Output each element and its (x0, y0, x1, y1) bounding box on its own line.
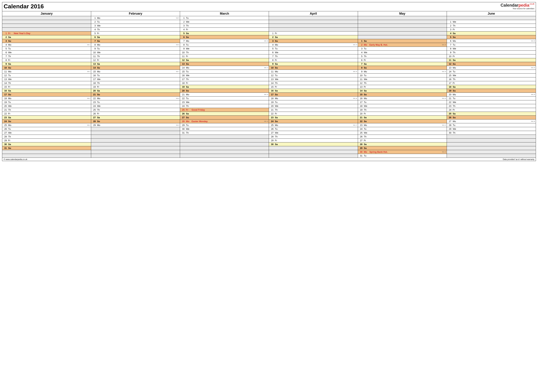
day-number: 14 (359, 89, 362, 92)
day-of-week: Th (97, 55, 101, 58)
day-number: 24 (448, 108, 451, 111)
day-number: 10 (270, 66, 273, 69)
day-number: 29 (359, 147, 362, 149)
day-number: 12 (92, 59, 96, 61)
day-number: 13 (448, 66, 451, 69)
day-number: 16 (92, 74, 96, 77)
day-cell: 23Sa (2, 116, 91, 120)
day-number: 9 (270, 63, 273, 65)
day-cell: 12Th (358, 81, 447, 85)
day-cell: 15Fr (2, 85, 91, 89)
day-of-week: We (97, 24, 101, 27)
day-cell: 3Su (269, 39, 358, 43)
day-of-week: Sa (8, 89, 12, 92)
day-number: 27 (448, 120, 451, 123)
day-number: 2 (359, 43, 362, 46)
day-cell: 22Su (358, 120, 447, 123)
day-cell: 26Th (358, 135, 447, 139)
day-of-week: Mo (364, 97, 368, 100)
day-cell: 9Tu (91, 47, 180, 51)
day-number: 11 (270, 70, 273, 73)
day-of-week: Mo (275, 43, 279, 46)
day-number: 9 (359, 70, 362, 73)
day-of-week: Su (275, 66, 279, 69)
day-number: 29 (270, 139, 273, 142)
day-of-week: We (8, 51, 12, 54)
week-number: Wk 13 (264, 121, 268, 122)
day-of-week: Su (364, 147, 368, 149)
day-number: 22 (359, 120, 362, 123)
day-cell: 6We (269, 51, 358, 54)
day-of-week: Fr (453, 82, 457, 84)
day-cell: 16Sa (269, 89, 358, 93)
day-of-week: Th (364, 108, 368, 111)
day-cell: 29Su (358, 146, 447, 150)
day-of-week: Tu (97, 101, 101, 103)
day-of-week: Th (275, 55, 279, 58)
day-cell: 2We (180, 20, 269, 24)
day-cell: 6MoWk 23 (447, 39, 536, 43)
day-cell: 10Su (269, 66, 358, 70)
blank-cell (358, 24, 447, 28)
day-cell: 27Su (180, 116, 269, 120)
blank-cell (358, 32, 447, 35)
day-number: 17 (359, 101, 362, 103)
day-cell: 24Tu (358, 127, 447, 131)
day-cell: 24Su (269, 120, 358, 123)
day-cell: 12Tu (2, 74, 91, 77)
week-number: Wk 15 (353, 71, 357, 72)
day-of-week: Tu (186, 124, 190, 126)
day-cell: 14Su (91, 66, 180, 70)
day-cell: 16MoWk 20 (358, 97, 447, 100)
day-of-week: Tu (186, 70, 190, 73)
day-cell: 15We (447, 74, 536, 77)
day-number: 15 (92, 70, 96, 73)
day-of-week: Su (275, 120, 279, 123)
blank-cell (91, 146, 180, 150)
day-number: 24 (270, 120, 273, 123)
day-of-week: Sa (8, 36, 12, 38)
day-cell: 14Th (269, 81, 358, 85)
calendar-page: Calendar 2016 Calendarpedia.co.uk Your s… (2, 2, 536, 161)
week-number: Wk 16 (353, 98, 357, 99)
day-number: 6 (448, 40, 451, 42)
day-number: 23 (448, 105, 451, 107)
blank-cell (91, 131, 180, 135)
day-cell: 8Fr (269, 58, 358, 62)
day-cell: 18MoWk 3 (2, 97, 91, 100)
blank-cell (91, 142, 180, 146)
holiday-label: New Year's Day (14, 32, 90, 35)
day-number: 6 (181, 36, 185, 38)
day-cell: 12Tu (269, 74, 358, 77)
blank-cell (269, 150, 358, 154)
day-cell: 19Su (447, 89, 536, 93)
day-number: 29 (448, 128, 451, 130)
day-of-week: Su (8, 93, 12, 96)
day-number: 27 (359, 139, 362, 142)
day-cell: 25MoWk 4 (2, 123, 91, 127)
blank-cell (91, 139, 180, 142)
day-cell: 21MoWk 12 (180, 93, 269, 97)
day-number: 29 (92, 124, 96, 126)
day-number: 8 (359, 66, 362, 69)
day-cell: 20We (269, 104, 358, 108)
day-cell: 7Th (269, 54, 358, 58)
day-of-week: Sa (453, 59, 457, 61)
day-number: 4 (359, 51, 362, 54)
day-of-week: Mo (453, 93, 457, 96)
day-number: 14 (92, 66, 96, 69)
day-number: 4 (92, 28, 96, 31)
day-of-week: Tu (453, 70, 457, 73)
day-cell: 16Sa (2, 89, 91, 93)
day-cell: 24Th (180, 104, 269, 108)
day-of-week: Fr (275, 32, 279, 35)
day-cell: 26Sa (180, 112, 269, 116)
day-cell: 25We (358, 131, 447, 135)
day-cell: 11Sa (447, 58, 536, 62)
day-of-week: Th (275, 108, 279, 111)
day-cell: 18Th (91, 81, 180, 85)
day-of-week: Mo (275, 124, 279, 126)
day-cell: 7Su (91, 39, 180, 43)
day-of-week: Mo (97, 17, 101, 19)
day-number: 24 (3, 120, 7, 123)
